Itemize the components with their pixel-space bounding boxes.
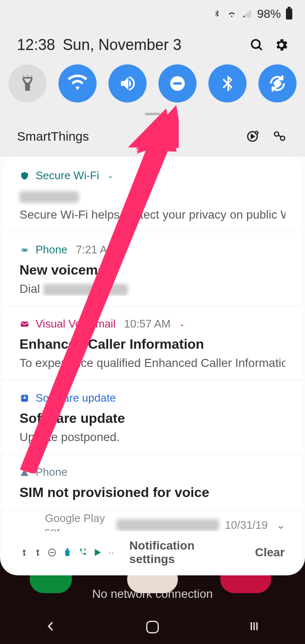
clear-button[interactable]: Clear: [255, 546, 285, 559]
notification-panel: 98% 12:38 Sun, November 3: [0, 0, 305, 575]
notification-text: To experience qualified Enhanced Caller …: [19, 356, 286, 370]
header-time: 12:38: [17, 36, 55, 54]
chevron-down-icon[interactable]: ⌄: [276, 519, 286, 532]
svg-point-14: [23, 550, 25, 552]
notification-text: Secure Wi-Fi helps protect your privacy …: [19, 208, 286, 222]
dnd-small-icon: [47, 548, 57, 557]
notifications-list: Secure Wi-Fi ⌄ Secure Wi-Fi helps protec…: [3, 156, 302, 575]
media-output-icon[interactable]: [244, 128, 261, 145]
call-icon: [78, 548, 87, 557]
svg-point-0: [252, 40, 260, 48]
chevron-down-icon[interactable]: ⌄: [108, 172, 113, 180]
notification-date: 10/31/19: [225, 519, 268, 532]
panel-header: 12:38 Sun, November 3: [0, 28, 305, 60]
play-icon: [93, 548, 103, 557]
notification-app-name: Secure Wi-Fi: [36, 169, 99, 182]
recents-button[interactable]: [247, 619, 261, 635]
dnd-toggle[interactable]: [158, 64, 197, 103]
battery-icon: [286, 8, 292, 19]
settings-button[interactable]: [272, 36, 291, 54]
bag-icon: [63, 547, 72, 558]
notification-text: Update postponed.: [19, 430, 286, 444]
notification-item[interactable]: Phone SIM not provisioned for voice: [3, 455, 302, 511]
wifi-toggle[interactable]: [58, 64, 97, 103]
notification-item[interactable]: Visual Voicemail 10:57 AM ⌄ Enhanced Cal…: [3, 306, 302, 380]
notification-title: Enhanced Caller Information: [19, 336, 286, 352]
notification-item[interactable]: Phone 7:21 AM New voicemail Dial: [3, 232, 302, 306]
header-date: Sun, November 3: [63, 36, 241, 54]
svg-line-1: [259, 47, 262, 50]
devices-icon[interactable]: [271, 128, 288, 145]
sound-toggle[interactable]: [108, 64, 147, 103]
notification-item-collapsed[interactable]: Google Play ser 10/31/19 ⌄: [3, 511, 302, 531]
svg-point-6: [255, 131, 258, 134]
visual-voicemail-icon: [19, 319, 30, 329]
redacted-text: [116, 519, 219, 531]
software-update-icon: [19, 393, 30, 403]
home-button[interactable]: [146, 621, 159, 633]
warning-icon: [19, 467, 30, 477]
svg-point-7: [274, 132, 279, 136]
wifi-status-icon: [227, 9, 237, 19]
notification-app-name: Phone: [36, 243, 67, 256]
bluetooth-toggle[interactable]: [208, 64, 247, 103]
smartthings-row[interactable]: SmartThings: [0, 120, 305, 156]
smartthings-label: SmartThings: [17, 129, 234, 144]
notification-app-name: Visual Voicemail: [36, 317, 116, 330]
key-icon: [34, 547, 42, 558]
chevron-down-icon[interactable]: ⌄: [179, 320, 185, 328]
notification-title: [19, 188, 286, 204]
notification-title: Software update: [19, 411, 286, 426]
notification-time: 7:21 AM: [76, 243, 116, 256]
secure-wifi-icon: [19, 171, 30, 181]
signal-status-icon: [242, 9, 252, 19]
key-icon: [20, 547, 28, 558]
bluetooth-status-icon: [212, 9, 222, 19]
navigation-bar: [0, 610, 305, 644]
notification-app-name: Software update: [36, 391, 116, 405]
notification-title: New voicemail: [19, 262, 286, 278]
drag-handle[interactable]: [0, 113, 305, 120]
footer-app-icons[interactable]: ··: [20, 547, 114, 558]
svg-point-17: [36, 550, 39, 552]
svg-rect-3: [173, 82, 181, 85]
notification-item[interactable]: Software update Software update Update p…: [3, 380, 302, 455]
notification-text: Dial: [19, 282, 286, 296]
status-bar: 98%: [0, 0, 305, 28]
notification-time: 10:57 AM: [124, 317, 171, 330]
rotate-toggle[interactable]: [258, 64, 297, 103]
search-button[interactable]: [247, 36, 266, 54]
svg-rect-12: [21, 322, 28, 327]
more-icon: ··: [108, 547, 114, 558]
notification-title: SIM not provisioned for voice: [19, 485, 286, 500]
notification-app-name: Phone: [36, 466, 67, 479]
notification-app-name: Google Play ser: [45, 512, 111, 531]
svg-rect-16: [24, 555, 26, 555]
notification-settings-button[interactable]: Notification settings: [129, 539, 233, 566]
back-button[interactable]: [44, 619, 58, 635]
svg-rect-19: [37, 555, 39, 555]
battery-percent: 98%: [257, 7, 281, 21]
voicemail-icon: [19, 245, 30, 255]
flashlight-toggle[interactable]: [8, 64, 47, 103]
svg-rect-4: [274, 80, 281, 87]
panel-footer: ·· Notification settings Clear: [3, 531, 302, 575]
notification-item[interactable]: Secure Wi-Fi ⌄ Secure Wi-Fi helps protec…: [3, 156, 302, 232]
quick-settings-row: [0, 60, 305, 113]
